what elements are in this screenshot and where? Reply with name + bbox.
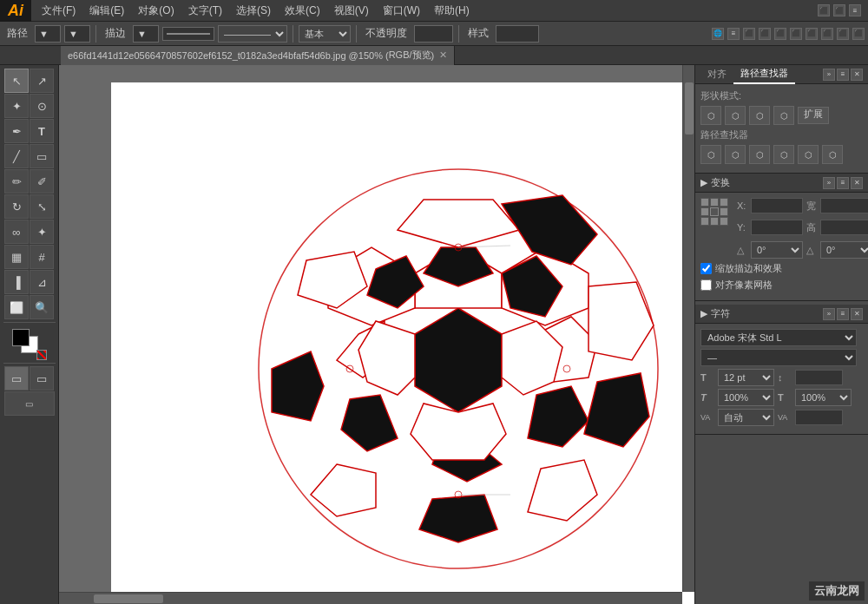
height-input[interactable]: 108.286 — [820, 220, 868, 235]
vertical-scrollbar[interactable] — [682, 65, 694, 592]
minus-back-btn[interactable]: ⬡ — [822, 145, 843, 164]
ref-pt-tr[interactable] — [720, 198, 728, 207]
outline-btn[interactable]: ⬡ — [798, 145, 819, 164]
none-swatch[interactable] — [36, 350, 47, 360]
transform-menu-icon[interactable]: ≡ — [837, 177, 849, 189]
toolbar-icon-arrange3[interactable]: ⬛ — [774, 28, 786, 40]
intersect-btn[interactable]: ⬡ — [749, 106, 770, 125]
leading-input[interactable]: (14.4 — [795, 370, 843, 385]
style-input[interactable] — [496, 25, 539, 43]
menu-window[interactable]: 窗口(W) — [376, 0, 427, 22]
ref-pt-br[interactable] — [720, 217, 728, 226]
divide-btn[interactable]: ⬡ — [700, 145, 721, 164]
crop-btn[interactable]: ⬡ — [773, 145, 794, 164]
ref-pt-bc[interactable] — [710, 217, 719, 226]
panel-close-icon[interactable]: ✕ — [851, 69, 863, 81]
blend-tool-btn[interactable]: ∞ — [4, 220, 29, 244]
toolbar-icon-arrange8[interactable]: ⬛ — [852, 28, 865, 40]
scale-strokes-checkbox[interactable] — [700, 263, 712, 274]
pencil-tool-btn[interactable]: ✐ — [30, 169, 54, 194]
kerning-input[interactable]: 0 — [795, 410, 843, 425]
menu-effect[interactable]: 效果(C) — [278, 0, 327, 22]
zoom-tool-btn[interactable]: 🔍 — [30, 295, 54, 319]
char-menu-icon[interactable]: ≡ — [837, 308, 849, 320]
file-tab-close[interactable]: ✕ — [439, 49, 447, 61]
gradient-tool-btn[interactable]: ▦ — [4, 245, 29, 269]
screen-mode-btn[interactable]: ▭ — [4, 391, 55, 416]
font-family-select[interactable]: Adobe 宋体 Std L — [700, 329, 857, 346]
rectangle-tool-btn[interactable]: ▭ — [30, 144, 54, 168]
reference-point-grid[interactable] — [700, 198, 728, 226]
pen-tool-btn[interactable]: ✒ — [4, 119, 29, 143]
line-tool-btn[interactable]: ╱ — [4, 144, 29, 168]
ref-pt-tl[interactable] — [700, 198, 709, 207]
angle-select[interactable]: 0° — [751, 241, 803, 259]
panel-menu-icon[interactable]: ≡ — [837, 69, 849, 81]
path-input-1[interactable] — [35, 25, 61, 43]
horizontal-scroll-thumb[interactable] — [94, 594, 163, 603]
stroke-style-select[interactable]: —————— — [218, 25, 287, 43]
ref-pt-mc[interactable] — [710, 207, 719, 216]
panel-icon-3[interactable]: ≡ — [849, 4, 861, 16]
toolbar-icon-arrange7[interactable]: ⬛ — [837, 28, 849, 40]
magic-wand-tool-btn[interactable]: ✦ — [4, 94, 29, 118]
align-tab[interactable]: 对齐 — [700, 65, 733, 84]
y-input[interactable]: 148.401 — [751, 220, 803, 235]
shear-select[interactable]: 0° — [820, 241, 868, 259]
align-pixels-checkbox[interactable] — [700, 279, 712, 291]
toolbar-icon-prefs[interactable]: ≡ — [727, 28, 740, 40]
minus-front-btn[interactable]: ⬡ — [725, 106, 746, 125]
slice-tool-btn[interactable]: ⊿ — [30, 270, 54, 294]
scale-tool-btn[interactable]: ⤡ — [30, 194, 54, 219]
scale-v-select[interactable]: 100% — [795, 389, 852, 406]
horizontal-scrollbar[interactable] — [59, 592, 682, 604]
stroke-swatch[interactable] — [12, 329, 30, 346]
normal-mode-btn[interactable]: ▭ — [4, 366, 29, 391]
eraser-tool-btn[interactable]: ⬜ — [4, 295, 29, 319]
menu-help[interactable]: 帮助(H) — [427, 0, 477, 22]
stroke-weight-input[interactable] — [133, 25, 159, 43]
scale-h-select[interactable]: 100% — [718, 389, 774, 406]
panel-icon-2[interactable]: ⬛ — [833, 4, 845, 16]
font-size-select[interactable]: 12 pt — [718, 369, 774, 386]
file-tab[interactable]: e66fd1441d12e0566470857602ef6152_t0182a3… — [61, 46, 455, 65]
ref-pt-bl[interactable] — [700, 217, 709, 226]
toolbar-icon-arrange4[interactable]: ⬛ — [790, 28, 802, 40]
rotate-tool-btn[interactable]: ↻ — [4, 194, 29, 219]
mesh-tool-btn[interactable]: # — [30, 245, 54, 269]
direct-selection-tool-btn[interactable]: ↗ — [30, 69, 54, 93]
menu-view[interactable]: 视图(V) — [327, 0, 376, 22]
menu-object[interactable]: 对象(O) — [131, 0, 181, 22]
exclude-btn[interactable]: ⬡ — [773, 106, 794, 125]
transform-close-icon[interactable]: ✕ — [851, 177, 863, 189]
panel-expand-icon[interactable]: » — [823, 69, 835, 81]
char-close-icon[interactable]: ✕ — [851, 308, 863, 320]
char-expand-icon[interactable]: » — [823, 308, 835, 320]
toolbar-icon-globe[interactable]: 🌐 — [712, 28, 724, 40]
menu-select[interactable]: 选择(S) — [229, 0, 278, 22]
transform-expand-icon[interactable]: » — [823, 177, 835, 189]
paintbrush-tool-btn[interactable]: ✏ — [4, 169, 29, 194]
path-input-2[interactable] — [64, 25, 90, 43]
menu-edit[interactable]: 编辑(E) — [82, 0, 131, 22]
trim-btn[interactable]: ⬡ — [725, 145, 746, 164]
unite-btn[interactable]: ⬡ — [700, 106, 721, 125]
panel-icon-1[interactable]: ⬛ — [818, 4, 830, 16]
ref-pt-tc[interactable] — [710, 198, 719, 207]
vertical-scroll-thumb[interactable] — [685, 82, 694, 135]
tracking-select[interactable]: 自动 — [718, 409, 774, 426]
behind-mode-btn[interactable]: ▭ — [30, 366, 54, 391]
toolbar-icon-arrange6[interactable]: ⬛ — [821, 28, 833, 40]
expand-btn[interactable]: 扩展 — [798, 107, 829, 124]
toolbar-icon-arrange5[interactable]: ⬛ — [806, 28, 818, 40]
opacity-input[interactable]: 100% — [414, 25, 453, 43]
toolbar-icon-arrange2[interactable]: ⬛ — [759, 28, 771, 40]
selection-tool-btn[interactable]: ↖ — [4, 69, 29, 93]
eyedropper-tool-btn[interactable]: ✦ — [30, 220, 54, 244]
merge-btn[interactable]: ⬡ — [749, 145, 770, 164]
ref-pt-mr[interactable] — [720, 207, 728, 216]
menu-file[interactable]: 文件(F) — [35, 0, 82, 22]
x-input[interactable]: 105.128 — [751, 198, 803, 213]
chart-tool-btn[interactable]: ▐ — [4, 270, 29, 294]
lasso-tool-btn[interactable]: ⊙ — [30, 94, 54, 118]
